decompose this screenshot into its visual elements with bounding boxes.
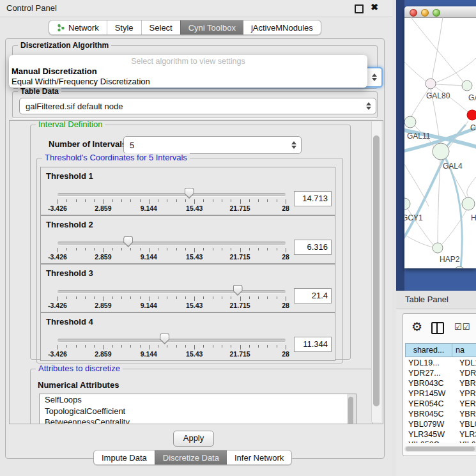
slider-track[interactable] xyxy=(58,339,286,342)
table-horizontal-scrollbar[interactable] xyxy=(404,446,476,452)
table-row[interactable]: YDL19...YDL1 xyxy=(405,358,476,368)
numerical-attribute-item[interactable]: BetweennessCentrality xyxy=(40,417,348,424)
table-data-combobox[interactable]: galFiltered.sif default node xyxy=(19,98,376,114)
table-row[interactable]: YDR27...YDR2 xyxy=(405,368,476,378)
tab-infer-network[interactable]: Infer Network xyxy=(227,450,291,464)
threshold-panel: Threshold 2-3.4262.8599.14415.4321.71528… xyxy=(40,215,335,264)
numerical-attribute-item[interactable]: SelfLoops xyxy=(40,394,348,406)
slider-tick xyxy=(240,296,241,301)
network-node[interactable] xyxy=(462,197,475,210)
slider-tick-label: -3.426 xyxy=(48,204,67,212)
tab-select[interactable]: Select xyxy=(141,20,180,35)
slider-tick xyxy=(176,199,177,202)
slider-thumb[interactable] xyxy=(185,188,194,199)
slider-tick xyxy=(203,345,204,348)
split-columns-icon[interactable] xyxy=(431,322,444,334)
slider-tick xyxy=(76,248,77,250)
slider-tick-label: 21.715 xyxy=(230,253,250,261)
network-node[interactable] xyxy=(433,243,443,253)
slider-tick xyxy=(240,248,241,252)
slider-track[interactable] xyxy=(58,193,286,196)
algorithm-option-manual[interactable]: Manual Discretization xyxy=(9,66,367,77)
slider-tick xyxy=(140,199,141,202)
slider-tick xyxy=(249,248,250,250)
network-node[interactable] xyxy=(404,116,416,128)
scrollbar-thumb[interactable] xyxy=(348,397,353,424)
float-window-icon[interactable] xyxy=(355,4,364,13)
network-node[interactable] xyxy=(454,266,464,268)
column-header-name[interactable]: na xyxy=(452,343,476,357)
slider-tick xyxy=(176,345,177,348)
attributes-list-scrollbar[interactable] xyxy=(347,394,357,424)
table-row[interactable]: YBL079WYBL0 xyxy=(405,419,476,429)
slider-tick-label: 21.715 xyxy=(230,204,250,212)
table-row[interactable]: YER054CYER0 xyxy=(405,399,476,409)
network-canvas[interactable]: GAL80GACGAL11GAL4GCY1HHAP2 xyxy=(404,17,476,268)
table-panel-content: ⚙ ☑☑ shared... na YDL19...YDL1YDR27...YD… xyxy=(403,313,476,456)
scrollbar-thumb[interactable] xyxy=(373,135,380,406)
table-cell-name: YBL0 xyxy=(456,420,476,429)
table-data-group: Table Data galFiltered.sif default node xyxy=(12,91,378,118)
settings-vertical-scrollbar[interactable] xyxy=(371,121,381,422)
close-traffic-light[interactable] xyxy=(410,9,417,17)
gear-icon[interactable]: ⚙ xyxy=(411,319,422,334)
slider-tick xyxy=(185,248,186,250)
slider-thumb[interactable] xyxy=(123,236,133,247)
network-node[interactable] xyxy=(467,110,476,120)
threshold-value-field[interactable]: 21.4 xyxy=(294,288,332,303)
apply-button[interactable]: Apply xyxy=(173,431,214,447)
table-row[interactable]: YBR043CYBR0 xyxy=(405,378,476,388)
tab-style[interactable]: Style xyxy=(107,20,141,35)
column-header-shared-name[interactable]: shared... xyxy=(405,343,452,357)
numerical-attribute-item[interactable]: TopologicalCoefficient xyxy=(40,406,348,417)
slider-tick xyxy=(267,199,268,202)
slider-ticks xyxy=(58,199,286,204)
tab-cyni-toolbox[interactable]: Cyni Toolbox xyxy=(180,20,243,35)
slider-track[interactable] xyxy=(58,242,286,245)
zoom-traffic-light[interactable] xyxy=(433,9,440,17)
slider-tick xyxy=(85,345,86,348)
table-row[interactable]: YLR345WYLR3 xyxy=(405,429,476,440)
slider-tick xyxy=(203,248,204,250)
tab-impute-data[interactable]: Impute Data xyxy=(94,450,155,464)
numerical-attributes-list[interactable]: SelfLoopsTopologicalCoefficientBetweenne… xyxy=(39,394,348,424)
slider-tick xyxy=(130,345,131,348)
slider-tick xyxy=(267,248,268,250)
slider-tick-label: -3.426 xyxy=(48,302,67,309)
network-node[interactable] xyxy=(462,81,472,91)
table-row[interactable]: YIL052CYIL0 xyxy=(405,440,476,443)
slider-tick xyxy=(286,345,286,349)
network-edge xyxy=(432,17,443,79)
slider-tick xyxy=(194,248,195,252)
network-view-window: GAL80GACGAL11GAL4GCY1HHAP2 xyxy=(404,6,476,268)
minimize-traffic-light[interactable] xyxy=(421,9,429,17)
table-row[interactable]: YPR145WYPR1 xyxy=(405,388,476,399)
network-node[interactable] xyxy=(404,198,410,210)
slider-track[interactable] xyxy=(58,290,286,293)
threshold-value-field[interactable]: 11.344 xyxy=(294,337,332,352)
slider-tick xyxy=(103,199,104,204)
select-columns-icon[interactable]: ☑☑ xyxy=(454,322,470,332)
close-icon[interactable]: ✖ xyxy=(371,2,378,12)
slider-thumb[interactable] xyxy=(160,334,169,344)
network-node[interactable] xyxy=(426,79,436,89)
scrollbar-thumb[interactable] xyxy=(406,447,475,451)
network-window-titlebar[interactable] xyxy=(404,6,476,18)
tab-jactivemnodules[interactable]: jActiveMNodules xyxy=(243,20,321,35)
slider-tick xyxy=(149,248,150,252)
table-row[interactable]: YBR045CYBR0 xyxy=(405,409,476,419)
threshold-panel: Threshold 1-3.4262.8599.14415.4321.71528… xyxy=(40,167,335,215)
threshold-value-field[interactable]: 14.713 xyxy=(294,191,332,206)
threshold-value-field[interactable]: 6.316 xyxy=(294,240,332,255)
slider-tick xyxy=(222,248,222,250)
tab-discretize-data[interactable]: Discretize Data xyxy=(155,450,227,464)
network-edge xyxy=(467,177,476,199)
slider-tick xyxy=(213,248,213,250)
algorithm-option-equal-width[interactable]: Equal Width/Frequency Discretization xyxy=(9,77,367,87)
tab-network[interactable]: Network xyxy=(49,20,107,35)
network-node[interactable] xyxy=(433,143,449,160)
slider-thumb[interactable] xyxy=(233,285,243,296)
attributes-group-title: Attributes to discretize xyxy=(36,364,123,373)
network-edge xyxy=(404,234,433,247)
number-of-intervals-spinner[interactable]: 5 xyxy=(123,136,302,154)
